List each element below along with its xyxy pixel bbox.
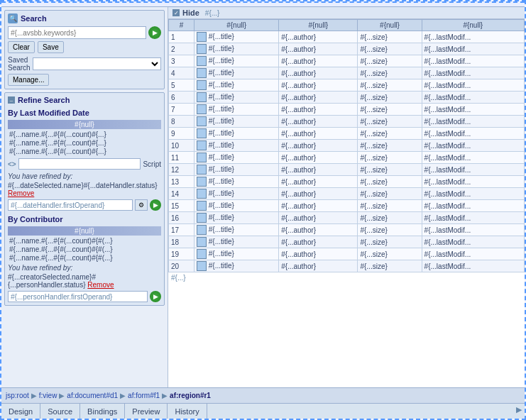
saved-search-select[interactable] — [33, 57, 161, 70]
cell-number: 11 — [169, 152, 194, 164]
breadcrumb-item-2[interactable]: f:view — [39, 392, 57, 399]
col-null4[interactable]: #{null} — [422, 20, 524, 31]
breadcrumb-item-4[interactable]: af:form#f1 — [128, 392, 160, 399]
date-icon-button[interactable]: ⚙ — [135, 199, 148, 211]
tab-bindings[interactable]: Bindings — [80, 404, 125, 419]
cell-number: 3 — [169, 55, 194, 67]
cell-number: 20 — [169, 260, 194, 272]
table-row[interactable]: 19 #{...title} #{...author} #{...size} #… — [169, 248, 525, 260]
cell-author: #{...author} — [279, 79, 358, 92]
table-row[interactable]: 17 #{...title} #{...author} #{...size} #… — [169, 224, 525, 236]
cell-size: #{...size} — [358, 116, 422, 128]
cell-size: #{...size} — [358, 31, 422, 43]
hide-label: Hide — [182, 9, 199, 17]
table-row[interactable]: 14 #{...title} #{...author} #{...size} #… — [169, 188, 525, 200]
table-row[interactable]: 10 #{...title} #{...author} #{...size} #… — [169, 140, 525, 152]
cell-author: #{...author} — [279, 260, 358, 272]
hide-checkbox[interactable]: ✓ — [172, 9, 180, 16]
col-null1[interactable]: #{null} — [194, 20, 279, 31]
table-row[interactable]: 13 #{...title} #{...author} #{...size} #… — [169, 176, 525, 188]
breadcrumb-item-3[interactable]: af:document#d1 — [67, 392, 118, 399]
table-row[interactable]: 2 #{...title} #{...author} #{...size} #{… — [169, 43, 525, 55]
script-icon: <> — [8, 160, 16, 168]
col-null2[interactable]: #{null} — [279, 20, 358, 31]
cell-number: 10 — [169, 140, 194, 152]
date-go-button[interactable]: ▶ — [150, 199, 161, 211]
col-hash[interactable]: # — [169, 20, 194, 31]
table-row[interactable]: 12 #{...title} #{...author} #{...size} #… — [169, 164, 525, 176]
contributor-filter-item-2: #{...name.#{...#{#(...count)#{#(...} — [8, 245, 161, 253]
cell-number: 5 — [169, 79, 194, 92]
cell-size: #{...size} — [358, 188, 422, 200]
date-remove-link[interactable]: Remove — [8, 189, 34, 197]
cell-lastmod: #{...lastModif... — [422, 188, 524, 200]
cell-title: #{...title} — [194, 116, 279, 128]
cell-number: 16 — [169, 212, 194, 224]
table-row[interactable]: 9 #{...title} #{...author} #{...size} #{… — [169, 128, 525, 140]
table-row[interactable]: 4 #{...title} #{...author} #{...size} #{… — [169, 67, 525, 79]
tabs-scroll-right[interactable]: ▶ — [513, 404, 525, 415]
row-icon — [197, 237, 207, 247]
cell-number: 1 — [169, 31, 194, 43]
cell-author: #{...author} — [279, 200, 358, 212]
table-row[interactable]: 3 #{...title} #{...author} #{...size} #{… — [169, 55, 525, 67]
clear-button[interactable]: Clear — [8, 41, 35, 53]
save-button[interactable]: Save — [38, 41, 64, 53]
cell-number: 17 — [169, 224, 194, 236]
contributor-handler-input[interactable] — [8, 291, 148, 302]
bottom-tabs: Design Source Bindings Preview History ▶ — [1, 403, 525, 419]
cell-lastmod: #{...lastModif... — [422, 104, 524, 116]
cell-lastmod: #{...lastModif... — [422, 140, 524, 152]
col-null3[interactable]: #{null} — [358, 20, 422, 31]
contributor-go-button[interactable]: ▶ — [150, 291, 161, 302]
date-filter-item-2: #{...name.#{...#{#(...count)#{...} — [8, 139, 161, 147]
row-icon — [197, 128, 207, 138]
row-icon — [197, 104, 207, 114]
breadcrumb-item-1[interactable]: jsp:root — [6, 392, 29, 399]
row-icon — [197, 225, 207, 235]
cell-size: #{...size} — [358, 43, 422, 55]
table-row[interactable]: 6 #{...title} #{...author} #{...size} #{… — [169, 92, 525, 104]
cell-author: #{...author} — [279, 236, 358, 248]
cell-number: 14 — [169, 188, 194, 200]
tab-preview[interactable]: Preview — [125, 404, 168, 419]
manage-button[interactable]: Manage... — [8, 74, 49, 86]
table-row[interactable]: 15 #{...title} #{...author} #{...size} #… — [169, 200, 525, 212]
row-icon — [197, 116, 207, 126]
date-refined-value: #{...dateSelected.name}#{...dateHandler.… — [8, 182, 158, 189]
cell-lastmod: #{...lastModif... — [422, 152, 524, 164]
cell-title: #{...title} — [194, 31, 279, 43]
cell-number: 18 — [169, 236, 194, 248]
table-row[interactable]: 8 #{...title} #{...author} #{...size} #{… — [169, 116, 525, 128]
table-row[interactable]: 11 #{...title} #{...author} #{...size} #… — [169, 152, 525, 164]
table-row[interactable]: 18 #{...title} #{...author} #{...size} #… — [169, 236, 525, 248]
cell-author: #{...author} — [279, 176, 358, 188]
tab-source[interactable]: Source — [40, 404, 80, 419]
row-icon — [197, 177, 207, 187]
table-row[interactable]: 7 #{...title} #{...author} #{...size} #{… — [169, 104, 525, 116]
refined-value: #{...dateSelected.name}#{...dateHandler.… — [8, 182, 161, 197]
collapse-icon[interactable]: – — [8, 96, 15, 104]
table-row[interactable]: 20 #{...title} #{...author} #{...size} #… — [169, 260, 525, 272]
search-section: 🔍 Search ▶ Clear Save SavedSearch Manage… — [4, 10, 165, 89]
contributor-remove-link[interactable]: Remove — [87, 281, 114, 289]
breadcrumb-current: af:region#r1 — [170, 392, 211, 399]
breadcrumb-sep-4: ▶ — [162, 392, 168, 399]
table-row[interactable]: 16 #{...title} #{...author} #{...size} #… — [169, 212, 525, 224]
search-go-button[interactable]: ▶ — [148, 26, 161, 39]
row-icon — [197, 56, 207, 66]
search-input[interactable] — [8, 26, 146, 39]
script-input[interactable] — [18, 158, 141, 170]
cell-lastmod: #{...lastModif... — [422, 236, 524, 248]
date-handler-input[interactable] — [8, 199, 133, 211]
cell-lastmod: #{...lastModif... — [422, 55, 524, 67]
table-row[interactable]: 1 #{...title} #{...author} #{...size} #{… — [169, 31, 525, 43]
script-box: <> Script — [8, 158, 161, 170]
row-icon — [197, 153, 207, 162]
tab-design[interactable]: Design — [1, 404, 40, 419]
cell-author: #{...author} — [279, 152, 358, 164]
cell-title: #{...title} — [194, 92, 279, 104]
table-row[interactable]: 5 #{...title} #{...author} #{...size} #{… — [169, 79, 525, 92]
tab-history[interactable]: History — [168, 404, 207, 419]
cell-title: #{...title} — [194, 164, 279, 176]
